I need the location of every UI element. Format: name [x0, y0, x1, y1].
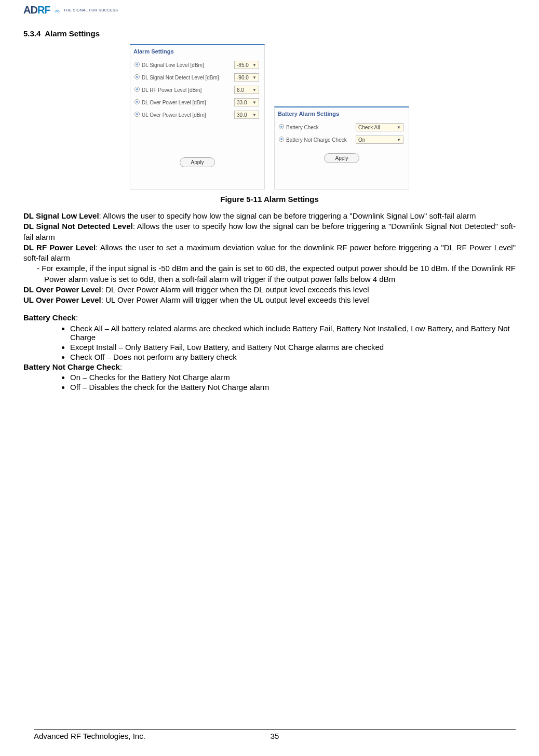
term-colon: :: [120, 362, 122, 371]
battery-check-list: Check All – All battery related alarms a…: [70, 323, 516, 362]
chevron-down-icon: ▼: [252, 75, 257, 80]
chevron-down-icon: ▼: [252, 88, 257, 92]
select-dl-over-power[interactable]: 33.0▼: [234, 98, 259, 106]
list-item: Except Install – Only Battery Fail, Low …: [70, 342, 516, 352]
select-ul-over-power[interactable]: 30.0▼: [234, 111, 259, 119]
table-row: Battery Check Check All▼: [278, 121, 406, 133]
select-value: 33.0: [237, 100, 247, 105]
term-label: DL RF Power Level: [23, 243, 96, 252]
apply-button[interactable]: Apply: [180, 157, 214, 167]
chevron-down-icon: ▼: [397, 125, 401, 130]
term-text: : Allows the user to specify how low the…: [99, 211, 476, 220]
term-label: Battery Not Charge Check: [23, 362, 120, 371]
term-colon: :: [76, 313, 78, 322]
chevron-down-icon: ▼: [252, 113, 257, 117]
term-label: DL Signal Not Detected Level: [23, 222, 133, 231]
battery-not-charge-list: On – Checks for the Battery Not Charge a…: [70, 372, 516, 392]
select-battery-check[interactable]: Check All▼: [356, 123, 403, 131]
footer-page-number: 35: [271, 732, 279, 740]
select-value: 30.0: [237, 112, 247, 118]
signal-icon: [53, 7, 61, 14]
radio-icon[interactable]: [134, 74, 140, 79]
logo-tagline: THE SIGNAL FOR SUCCESS: [64, 8, 118, 12]
select-value: 6.0: [237, 87, 244, 93]
radio-icon[interactable]: [134, 87, 140, 92]
battery-settings-table: Battery Check Check All▼ Battery Not Cha…: [278, 121, 406, 146]
select-dl-signal-low[interactable]: -85.0▼: [234, 61, 259, 69]
chevron-down-icon: ▼: [252, 63, 257, 68]
list-item: Check Off – Does not perform any battery…: [70, 352, 516, 362]
setting-label: DL Signal Low Level [dBm]: [141, 59, 233, 71]
radio-icon[interactable]: [134, 62, 140, 67]
logo-rf: RF: [37, 4, 50, 16]
list-item: On – Checks for the Battery Not Charge a…: [70, 372, 516, 382]
footer-company: Advanced RF Technologies, Inc.: [34, 732, 145, 740]
table-row: DL RF Power Level [dBm] 6.0▼: [133, 84, 261, 96]
setting-label: UL Over Power Level [dBm]: [141, 109, 233, 121]
battery-settings-panel: Battery Alarm Settings Battery Check Che…: [274, 106, 409, 190]
alarm-panel-title: Alarm Settings: [133, 48, 261, 55]
select-dl-rf-power[interactable]: 6.0▼: [234, 86, 259, 94]
chevron-down-icon: ▼: [397, 138, 401, 142]
select-battery-not-charge[interactable]: On▼: [356, 136, 403, 144]
chevron-down-icon: ▼: [252, 100, 257, 105]
table-row: DL Signal Low Level [dBm] -85.0▼: [133, 59, 261, 71]
page-footer: Advanced RF Technologies, Inc. 35: [34, 729, 516, 740]
radio-icon[interactable]: [279, 124, 284, 129]
term-label: Battery Check: [23, 313, 76, 322]
radio-icon[interactable]: [134, 112, 140, 117]
table-row: DL Signal Not Detect Level [dBm] -90.0▼: [133, 71, 261, 84]
logo-text: ADRF: [23, 4, 50, 16]
select-value: -90.0: [237, 75, 249, 80]
term-label: DL Over Power Level: [23, 285, 101, 294]
term-text: : Allows the user to set a maximum devia…: [23, 243, 516, 262]
select-value: Check All: [358, 125, 380, 130]
example-item: For example, if the input signal is -50 …: [37, 263, 516, 285]
section-heading: 5.3.4 Alarm Settings: [23, 29, 516, 38]
logo-ad: AD: [23, 4, 37, 16]
list-item: Off – Disables the check for the Battery…: [70, 382, 516, 392]
term-text: : DL Over Power Alarm will trigger when …: [101, 285, 369, 294]
alarm-settings-table: DL Signal Low Level [dBm] -85.0▼ DL Sign…: [133, 59, 261, 121]
table-row: DL Over Power Level [dBm] 33.0▼: [133, 96, 261, 109]
radio-icon[interactable]: [134, 99, 140, 104]
battery-panel-title: Battery Alarm Settings: [278, 111, 406, 117]
apply-button[interactable]: Apply: [324, 153, 359, 163]
list-item: Check All – All battery related alarms a…: [70, 323, 516, 342]
header-logo: ADRF THE SIGNAL FOR SUCCESS: [23, 4, 516, 16]
setting-label: Battery Not Charge Check: [285, 133, 355, 146]
select-dl-not-detect[interactable]: -90.0▼: [234, 73, 259, 82]
select-value: On: [358, 137, 365, 143]
term-label: DL Signal Low Level: [23, 211, 99, 220]
table-row: UL Over Power Level [dBm] 30.0▼: [133, 109, 261, 121]
term-text: : UL Over Power Alarm will trigger when …: [101, 295, 369, 304]
setting-label: DL Over Power Level [dBm]: [141, 96, 233, 109]
radio-icon[interactable]: [279, 137, 284, 142]
table-row: Battery Not Charge Check On▼: [278, 133, 406, 146]
body-text: DL Signal Low Level: Allows the user to …: [23, 211, 516, 392]
section-number: 5.3.4: [23, 29, 41, 38]
screenshot-area: Alarm Settings DL Signal Low Level [dBm]…: [23, 44, 516, 190]
figure-caption: Figure 5-11 Alarm Settings: [23, 195, 516, 204]
term-label: UL Over Power Level: [23, 295, 101, 304]
section-title: Alarm Settings: [45, 29, 100, 38]
select-value: -85.0: [237, 62, 249, 68]
alarm-settings-panel: Alarm Settings DL Signal Low Level [dBm]…: [130, 44, 265, 190]
setting-label: DL RF Power Level [dBm]: [141, 84, 233, 96]
setting-label: DL Signal Not Detect Level [dBm]: [141, 71, 233, 84]
setting-label: Battery Check: [285, 121, 355, 133]
